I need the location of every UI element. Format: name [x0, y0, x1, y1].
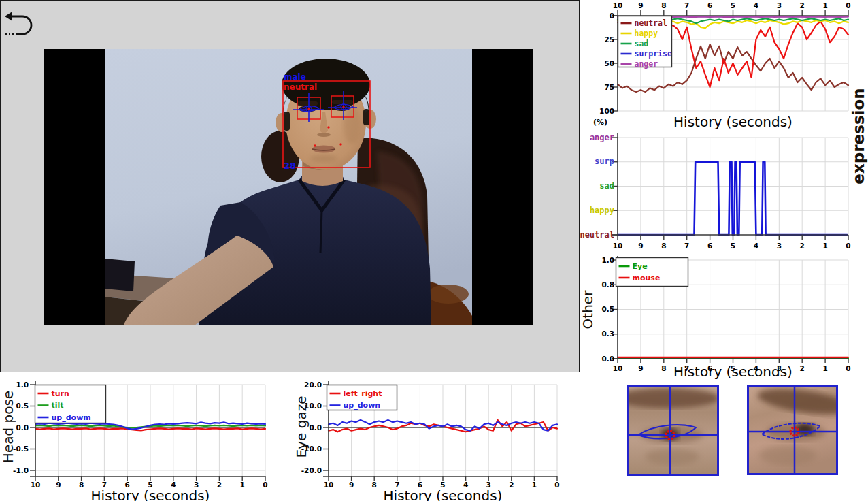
legend-box — [616, 258, 688, 287]
y-tick-label: 100 — [599, 107, 614, 115]
legend-label: up_down — [344, 401, 381, 410]
y-tick-label: 0.5 — [601, 305, 614, 313]
video-frame: male neutral 28 — [44, 49, 533, 325]
undo-return-arrow-icon — [3, 9, 36, 40]
x-tick-label: 3 — [777, 1, 782, 10]
y-tick-label: -20.0 — [301, 466, 322, 474]
x-tick-label: 6 — [707, 1, 712, 10]
y-tick-label: 0.5 — [16, 402, 29, 410]
expression-label: neutral — [284, 82, 317, 92]
legend-label: up_dowm — [52, 413, 91, 422]
chart-eye-gaze: 10987654321020.010.00.0-10.0-20.0left_ri… — [301, 381, 560, 489]
y-tick-label: 0.0 — [309, 423, 322, 432]
x-tick-label: 3 — [777, 242, 782, 250]
legend-label: anger — [635, 59, 658, 69]
chart-other: 1098765432101.00.80.50.30.0Eyemouse — [601, 256, 850, 372]
series-left_right — [329, 420, 557, 432]
x-tick-label: 7 — [684, 242, 689, 250]
other-axis-label: Other — [580, 291, 596, 329]
y-tick-label: 1.0 — [16, 381, 29, 389]
eye-gaze-axis-label: Eye gaze — [293, 396, 310, 458]
y-tick-label: sad — [599, 181, 614, 191]
undo-button[interactable] — [3, 9, 36, 40]
x-tick-label: 10 — [613, 242, 623, 250]
series-turn — [35, 428, 265, 430]
series-tilt — [35, 425, 265, 428]
series-up_down — [329, 420, 557, 431]
x-tick-label: 9 — [638, 242, 643, 250]
x-tick-label: 2 — [800, 242, 805, 250]
legend-label: mouse — [633, 274, 661, 282]
legend-box — [35, 385, 106, 423]
legend-label: left_right — [344, 389, 382, 398]
x-tick-label: 10 — [613, 1, 623, 10]
y-tick-label: 0.8 — [601, 280, 614, 289]
y-tick-label: happy — [590, 206, 614, 215]
series-up_dowm — [35, 422, 265, 429]
y-tick-label: surp — [595, 157, 614, 166]
series-anger — [618, 16, 848, 17]
legend-label: happy — [635, 29, 658, 38]
y-tick-label: 75 — [604, 83, 614, 91]
head-pose-history-title: History (seconds) — [35, 487, 265, 501]
x-tick-label: 5 — [731, 1, 735, 10]
chart-expression-history: 1098765432100255075100neutralhappysadsur… — [599, 1, 851, 115]
legend-box — [327, 385, 397, 410]
expression-history-title: History (seconds) — [618, 114, 848, 130]
series-neutral — [618, 44, 848, 92]
y-tick-label: 20.0 — [304, 381, 322, 389]
head-pose-axis-label: Head pose — [0, 391, 16, 463]
legend-box — [618, 16, 672, 67]
x-tick-label: 7 — [684, 1, 689, 10]
legend-label: tilt — [52, 401, 64, 410]
app-window: { "window": { "undo_icon": "undo-return-… — [0, 0, 868, 501]
gender-label: male — [284, 72, 306, 82]
percent-unit-label: (%) — [593, 118, 607, 127]
camera-panel: male neutral 28 — [0, 0, 580, 372]
eye-gaze-history-title: History (seconds) — [329, 487, 557, 501]
age-label: 28 — [284, 161, 296, 171]
y-tick-label: 0 — [610, 12, 614, 20]
series-expression_state — [618, 162, 847, 235]
y-tick-label: 0.0 — [601, 355, 614, 363]
y-tick-label: 1.0 — [601, 256, 614, 264]
x-tick-label: 8 — [661, 1, 666, 10]
x-tick-label: 8 — [661, 242, 666, 250]
y-tick-label: 0.3 — [601, 329, 614, 338]
series-happy — [618, 20, 848, 29]
other-history-title: History (seconds) — [618, 363, 848, 380]
x-tick-label: 0 — [846, 1, 850, 10]
legend-label: Eye — [633, 262, 648, 271]
x-tick-label: 5 — [731, 242, 735, 250]
x-tick-label: 1 — [822, 242, 827, 250]
left-eye-crop — [627, 385, 719, 476]
y-tick-label: neutral — [580, 230, 614, 240]
series-unlabeled_red — [618, 21, 848, 87]
y-tick-label: 25 — [604, 35, 614, 44]
legend-label: sad — [635, 39, 649, 48]
camera-image: male neutral 28 — [105, 49, 472, 325]
y-tick-label: 0.0 — [16, 423, 29, 432]
y-tick-label: 50 — [604, 59, 614, 67]
chart-head-pose: 1098765432101.00.50.0-0.5-1.0turntiltup_… — [13, 381, 268, 489]
expression-axis-label: expression — [850, 88, 867, 184]
series-sad — [618, 18, 848, 23]
y-tick-label: anger — [590, 133, 614, 142]
x-tick-label: 1 — [822, 1, 827, 10]
legend-label: turn — [52, 389, 69, 398]
x-tick-label: 6 — [707, 242, 712, 250]
chart-expression-state: 109876543210angersurpsadhappyneutral — [580, 133, 850, 250]
x-tick-label: 2 — [800, 1, 805, 10]
x-tick-label: 4 — [754, 242, 758, 250]
legend-label: surprise — [635, 49, 672, 59]
x-tick-label: 0 — [846, 242, 850, 250]
right-eye-crop — [747, 385, 838, 475]
x-tick-label: 9 — [638, 1, 643, 10]
x-tick-label: 4 — [754, 1, 758, 10]
legend-label: neutral — [635, 18, 668, 28]
y-tick-label: -1.0 — [13, 466, 29, 474]
